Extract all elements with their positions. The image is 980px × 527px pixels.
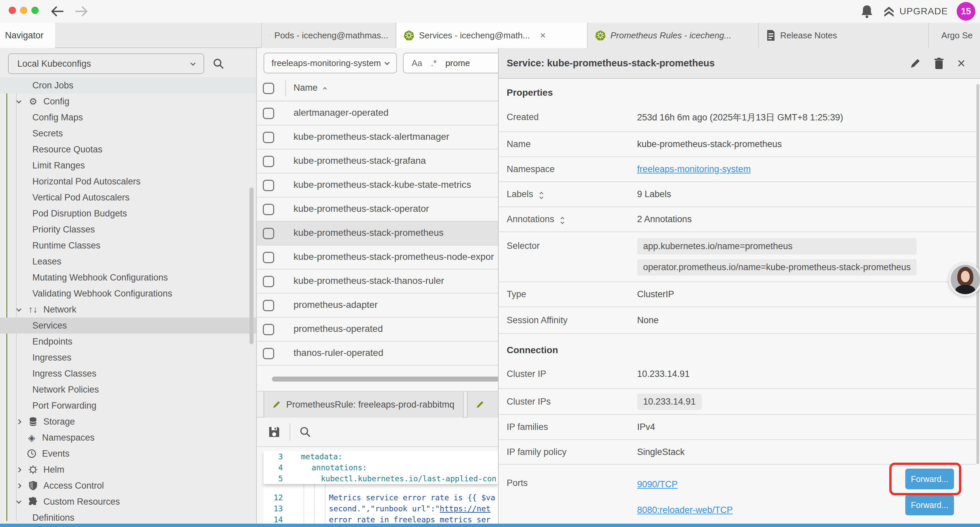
match-case-toggle[interactable]: Aa — [412, 58, 422, 68]
sidebar-item-validating-webhook-configurations[interactable]: Validating Webhook Configurations — [0, 285, 257, 301]
tab-prometheus-rules[interactable]: Prometheus Rules - icecheng... — [587, 23, 758, 48]
close-panel-icon[interactable]: × — [957, 56, 965, 70]
tab-pods[interactable]: Pods - icecheng@mathmas... — [261, 23, 396, 48]
sidebar-item-priority-classes[interactable]: Priority Classes — [0, 221, 257, 237]
horizontal-scrollbar-thumb[interactable] — [272, 377, 498, 382]
tab-close-icon[interactable]: × — [540, 30, 546, 41]
property-row-namespace: Namespace freeleaps-monitoring-system — [499, 156, 976, 182]
navigator-panel-tab[interactable]: Navigator — [0, 23, 55, 48]
row-checkbox[interactable] — [263, 132, 274, 143]
port-link-8080[interactable]: 8080:reloader-web/TCP — [637, 505, 733, 515]
sidebar-item-custom-resources[interactable]: Custom Resources — [0, 494, 257, 509]
sidebar-item-access-control[interactable]: Access Control — [0, 478, 257, 494]
name-column-header[interactable]: Name — [294, 83, 326, 93]
forward-button-8080[interactable]: Forward... — [905, 495, 954, 515]
labels-count[interactable]: 9 Labels — [637, 189, 671, 199]
sidebar-item-definitions[interactable]: Definitions — [0, 509, 257, 524]
maximize-window-button[interactable] — [31, 7, 39, 14]
row-checkbox[interactable] — [263, 156, 274, 167]
sidebar-item-vertical-pod-autoscalers[interactable]: Vertical Pod Autoscalers — [0, 189, 257, 205]
chevron-down-icon — [191, 61, 196, 66]
window-titlebar: UPGRADE 15 — [0, 0, 980, 23]
row-checkbox[interactable] — [263, 324, 274, 335]
sidebar-item-pod-disruption-budgets[interactable]: Pod Disruption Budgets — [0, 205, 257, 221]
expand-collapse-icon[interactable] — [561, 215, 564, 223]
trash-icon[interactable] — [934, 57, 944, 69]
editor-tab-prometheusrule[interactable]: PrometheusRule: freeleaps-prod-rabbitmq — [264, 392, 464, 417]
row-checkbox[interactable] — [263, 228, 274, 239]
sidebar-item-namespaces[interactable]: ◈ Namespaces — [0, 430, 257, 446]
tab-argo[interactable]: Argo Se — [928, 23, 980, 48]
table-row[interactable]: kube-prometheus-stack-grafana — [257, 150, 498, 174]
annotations-count[interactable]: 2 Annotations — [637, 214, 692, 224]
runbook-url-link[interactable]: https://net — [440, 504, 490, 513]
table-row[interactable]: kube-prometheus-stack-prometheus-node-ex… — [257, 245, 498, 269]
sidebar-item-secrets[interactable]: Secrets — [0, 126, 257, 142]
table-row[interactable]: kube-prometheus-stack-alertmanager — [257, 126, 498, 150]
table-row[interactable]: kube-prometheus-stack-thanos-ruler — [257, 269, 498, 293]
selector-badge: operator.prometheus.io/name=kube-prometh… — [637, 259, 916, 275]
upgrade-button[interactable]: UPGRADE — [882, 5, 948, 18]
row-checkbox[interactable] — [263, 108, 274, 119]
tab-release-notes[interactable]: Release Notes — [758, 23, 928, 48]
row-checkbox[interactable] — [263, 348, 274, 359]
table-row-selected[interactable]: kube-prometheus-stack-prometheus — [257, 221, 498, 245]
sidebar-item-config[interactable]: ⚙ Config — [0, 93, 257, 110]
table-row[interactable]: prometheus-operated — [257, 318, 498, 342]
resource-search-input[interactable]: Aa .* prome — [403, 53, 498, 73]
forward-arrow-icon[interactable] — [74, 5, 89, 18]
select-all-checkbox[interactable] — [263, 83, 274, 94]
column-divider — [285, 80, 286, 97]
editor-tab-partial[interactable] — [467, 392, 498, 417]
table-row[interactable]: prometheus-adapter — [257, 293, 498, 318]
table-row[interactable]: thanos-ruler-operated — [257, 342, 498, 366]
close-window-button[interactable] — [9, 7, 16, 14]
sidebar-item-leases[interactable]: Leases — [0, 253, 257, 269]
row-checkbox[interactable] — [263, 180, 274, 191]
sidebar-item-runtime-classes[interactable]: Runtime Classes — [0, 237, 257, 253]
sidebar-item-network-policies[interactable]: Network Policies — [0, 382, 257, 398]
row-checkbox[interactable] — [263, 252, 274, 263]
port-link-9090[interactable]: 9090/TCP — [637, 479, 733, 490]
back-arrow-icon[interactable] — [50, 5, 65, 18]
editor-search-icon[interactable] — [299, 426, 312, 438]
minimize-window-button[interactable] — [20, 7, 27, 14]
sidebar-item-services[interactable]: Services — [0, 318, 257, 334]
row-checkbox[interactable] — [263, 300, 274, 311]
sidebar-scrollbar-thumb[interactable] — [250, 188, 253, 344]
sidebar-item-network[interactable]: ↑↓ Network — [0, 301, 257, 318]
sidebar-item-events[interactable]: Events — [0, 446, 257, 462]
save-icon[interactable] — [267, 425, 281, 439]
chevron-down-icon — [385, 60, 390, 65]
kubeconfig-selector[interactable]: Local Kubeconfigs — [8, 53, 204, 74]
table-row[interactable]: kube-prometheus-stack-operator — [257, 197, 498, 221]
table-row[interactable]: alertmanager-operated — [257, 101, 498, 126]
yaml-editor[interactable]: 11 0", for: "1m", labels :{ service : 3 … — [264, 451, 498, 524]
sidebar-search-icon[interactable] — [212, 57, 225, 70]
row-checkbox[interactable] — [263, 276, 274, 287]
search-value: prome — [445, 58, 470, 68]
sidebar-item-resource-quotas[interactable]: Resource Quotas — [0, 142, 257, 158]
sidebar-item-port-forwarding[interactable]: Port Forwarding — [0, 398, 257, 414]
row-checkbox[interactable] — [263, 204, 274, 215]
bell-icon[interactable] — [860, 4, 873, 19]
sidebar-item-storage[interactable]: Storage — [0, 414, 257, 430]
namespace-link[interactable]: freeleaps-monitoring-system — [637, 164, 751, 174]
expand-collapse-icon[interactable] — [540, 191, 543, 199]
sidebar-item-ingresses[interactable]: Ingresses — [0, 350, 257, 366]
tab-services-active[interactable]: Services - icecheng@math... × — [396, 23, 587, 48]
edit-pencil-icon[interactable] — [910, 58, 921, 69]
notification-count-badge[interactable]: 15 — [957, 2, 975, 21]
sidebar-item-mutating-webhook-configurations[interactable]: Mutating Webhook Configurations — [0, 269, 257, 285]
namespace-filter-dropdown[interactable]: freeleaps-monitoring-system — [264, 53, 397, 73]
regex-toggle[interactable]: .* — [431, 58, 437, 68]
sidebar-item-config-maps[interactable]: Config Maps — [0, 110, 257, 126]
sidebar-item-endpoints[interactable]: Endpoints — [0, 334, 257, 350]
sidebar-item-cron-jobs[interactable]: Cron Jobs — [0, 77, 257, 93]
sidebar-item-horizontal-pod-autoscalers[interactable]: Horizontal Pod Autoscalers — [0, 174, 257, 189]
sidebar-item-ingress-classes[interactable]: Ingress Classes — [0, 366, 257, 382]
table-row[interactable]: kube-prometheus-stack-kube-state-metrics — [257, 174, 498, 197]
sidebar-item-helm[interactable]: Helm — [0, 462, 257, 478]
sidebar-item-limit-ranges[interactable]: Limit Ranges — [0, 158, 257, 174]
avatar[interactable] — [949, 263, 980, 296]
